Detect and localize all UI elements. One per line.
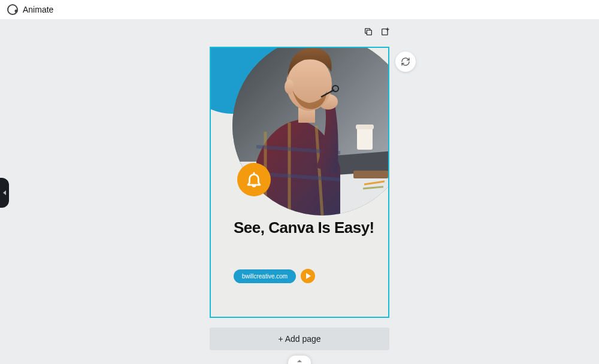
design-page[interactable]: See, Canva Is Easy! bwillcreative.com [210, 47, 389, 318]
link-pill[interactable]: bwillcreative.com [234, 269, 296, 283]
canvas-area: See, Canva Is Easy! bwillcreative.com + … [0, 19, 599, 364]
bell-icon [245, 171, 263, 189]
svg-rect-8 [356, 125, 374, 129]
svg-rect-22 [353, 171, 388, 178]
page-tools [207, 19, 392, 47]
play-button[interactable] [301, 269, 315, 283]
refresh-icon [401, 57, 410, 66]
headline-text[interactable]: See, Canva Is Easy! [234, 218, 374, 238]
animate-button-label[interactable]: Animate [23, 5, 53, 14]
add-out-icon[interactable] [380, 27, 390, 39]
duplicate-page-icon[interactable] [364, 27, 373, 39]
bell-badge[interactable] [237, 163, 271, 196]
page-navigator-toggle[interactable] [288, 356, 311, 364]
svg-rect-0 [367, 30, 371, 35]
svg-point-17 [285, 80, 294, 94]
add-page-button[interactable]: + Add page [210, 327, 389, 350]
animate-icon[interactable] [7, 4, 19, 16]
svg-rect-1 [382, 29, 388, 35]
element-refresh-button[interactable] [395, 51, 416, 72]
top-toolbar: Animate [0, 0, 599, 19]
